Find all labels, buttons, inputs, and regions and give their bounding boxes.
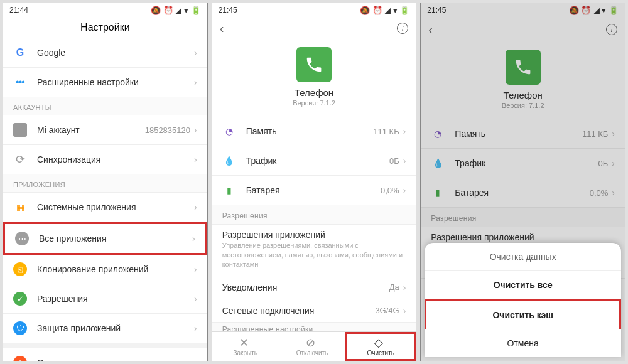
row-battery[interactable]: ▮ Батарея 0,0% › [212, 176, 416, 205]
row-label: Системные приложения [37, 202, 194, 212]
row-network[interactable]: Сетевые подключения 3G/4G › [212, 299, 416, 323]
chevron-right-icon: › [612, 129, 615, 139]
clone-icon: ⎘ [13, 262, 27, 276]
row-label: Трафик [455, 158, 598, 168]
section-accounts: АККАУНТЫ [3, 97, 207, 115]
row-value: 0Б [598, 159, 609, 168]
app-info-panel: 21:45 🔕 ⏰ ◢ ▾ 🔋 ‹ i Телефон Версия: 7.1.… [212, 3, 417, 361]
row-label: Клонирование приложений [37, 264, 194, 274]
row-value: 0,0% [381, 186, 399, 195]
sheet-title: Очистка данных [425, 243, 621, 271]
chevron-right-icon: › [194, 294, 197, 304]
row-label: Синхронизация [37, 154, 194, 164]
bb-label: Отключить [296, 350, 328, 356]
sync-icon: ⟳ [13, 153, 27, 166]
chevron-right-icon: › [403, 156, 406, 166]
page-title: Настройки [80, 22, 129, 33]
clear-button[interactable]: ◇ Очистить [345, 332, 416, 361]
row-report[interactable]: ! Отчет › [3, 343, 207, 361]
chevron-right-icon: › [403, 126, 406, 136]
row-label: Все приложения [39, 233, 192, 244]
row-label: Отчет [37, 358, 194, 361]
chevron-right-icon: › [194, 48, 197, 58]
sheet-clear-all[interactable]: Очистить все [425, 271, 621, 299]
close-button[interactable]: ✕ Закрыть [212, 332, 279, 361]
lock-shield-icon: 🛡 [13, 321, 27, 335]
header: ‹ i [421, 17, 625, 42]
chevron-right-icon: › [194, 154, 197, 164]
row-value: 0,0% [590, 188, 609, 198]
report-icon: ! [13, 356, 27, 361]
header: Настройки [3, 17, 207, 38]
row-label: Защита приложений [37, 323, 194, 333]
row-label: Сетевые подключения [222, 306, 376, 316]
row-battery[interactable]: ▮ Батарея 0,0% › [421, 178, 625, 208]
row-label: Память [246, 126, 374, 136]
battery-icon: ▮ [431, 186, 445, 200]
row-system-apps[interactable]: ▦ Системные приложения › [3, 193, 207, 222]
bb-label: Очистить [367, 350, 394, 356]
shield-icon: ✓ [13, 292, 27, 306]
perm-title: Разрешения приложений [431, 232, 615, 242]
row-sync[interactable]: ⟳ Синхронизация › [3, 145, 207, 174]
settings-panel: 21:44 🔕 ⏰ ◢ ▾ 🔋 Настройки G Google › •••… [3, 3, 208, 361]
chevron-right-icon: › [612, 188, 615, 198]
info-button[interactable]: i [397, 23, 408, 34]
bb-label: Закрыть [234, 350, 258, 356]
info-button[interactable]: i [606, 24, 617, 35]
chevron-right-icon: › [194, 358, 197, 361]
section-permissions: Разрешения [212, 205, 416, 225]
row-google[interactable]: G Google › [3, 38, 207, 68]
status-icons: 🔕 ⏰ ◢ ▾ 🔋 [151, 6, 200, 15]
sheet-clear-cache[interactable]: Очистить кэш [425, 299, 621, 329]
row-memory[interactable]: ◔ Память 111 КБ › [421, 119, 625, 149]
apps-icon: ⋯ [15, 232, 29, 245]
back-button[interactable]: ‹ [428, 23, 433, 37]
chevron-right-icon: › [192, 233, 195, 244]
row-notifications[interactable]: Уведомления Да › [212, 276, 416, 299]
google-icon: G [13, 46, 27, 60]
section-apps: ПРИЛОЖЕНИЯ [3, 174, 207, 193]
row-label: Трафик [246, 156, 389, 166]
row-memory[interactable]: ◔ Память 111 КБ › [212, 117, 416, 146]
app-name: Телефон [295, 87, 333, 98]
row-mi-account[interactable]: Mi аккаунт 1852835120 › [3, 115, 207, 145]
status-icons: 🔕 ⏰ ◢ ▾ 🔋 [569, 6, 619, 15]
perm-title: Разрешения приложений [222, 230, 406, 240]
app-hero: Телефон Версия: 7.1.2 [212, 40, 416, 117]
row-traffic[interactable]: 💧 Трафик 0Б › [421, 149, 625, 178]
chevron-right-icon: › [403, 306, 406, 316]
row-label: Батарея [246, 185, 381, 195]
close-icon: ✕ [239, 336, 252, 348]
row-traffic[interactable]: 💧 Трафик 0Б › [212, 146, 416, 176]
row-label: Google [37, 48, 194, 58]
dots-icon: ••• [13, 75, 27, 89]
section-permissions: Разрешения [421, 208, 625, 227]
row-clone-apps[interactable]: ⎘ Клонирование приложений › [3, 255, 207, 284]
chevron-right-icon: › [194, 77, 197, 87]
statusbar: 21:44 🔕 ⏰ ◢ ▾ 🔋 [3, 3, 207, 17]
row-app-permissions[interactable]: Разрешения приложений Управление разреше… [212, 225, 416, 276]
row-permissions[interactable]: ✓ Разрешения › [3, 284, 207, 314]
row-all-apps[interactable]: ⋯ Все приложения › [3, 222, 207, 255]
app-name: Телефон [504, 90, 543, 100]
disable-button[interactable]: ⊘ Отключить [279, 332, 345, 361]
row-value: 111 КБ [582, 129, 608, 139]
row-advanced[interactable]: ••• Расширенные настройки › [3, 68, 207, 97]
statusbar: 21:45 🔕 ⏰ ◢ ▾ 🔋 [421, 3, 625, 17]
section-advanced: Расширенные настройки [212, 323, 416, 331]
row-label: Разрешения [37, 294, 194, 304]
status-time: 21:45 [219, 6, 237, 14]
sheet-cancel[interactable]: Отмена [425, 329, 621, 357]
back-button[interactable]: ‹ [220, 21, 224, 36]
statusbar: 21:45 🔕 ⏰ ◢ ▾ 🔋 [212, 3, 416, 17]
chevron-right-icon: › [194, 323, 197, 333]
app-info-panel-dimmed: 21:45 🔕 ⏰ ◢ ▾ 🔋 ‹ i Телефон Версия: 7.1.… [420, 3, 625, 361]
phone-app-icon [296, 47, 332, 82]
row-app-protect[interactable]: 🛡 Защита приложений › [3, 314, 207, 343]
drop-icon: 💧 [222, 154, 236, 168]
chevron-right-icon: › [194, 264, 197, 274]
disable-icon: ⊘ [306, 336, 318, 348]
status-time: 21:45 [427, 6, 446, 14]
eraser-icon: ◇ [374, 336, 387, 348]
